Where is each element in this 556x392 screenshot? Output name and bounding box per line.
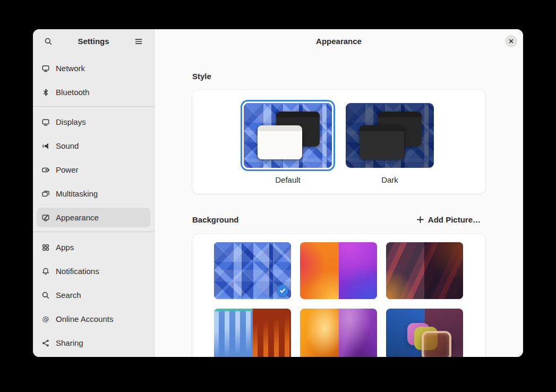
sidebar-item-network[interactable]: Network: [37, 58, 150, 78]
search-button[interactable]: [40, 33, 56, 49]
apps-icon: [41, 243, 50, 252]
notifications-icon: [41, 267, 50, 276]
sidebar-nav: Network Bluetooth Displays Sound: [33, 53, 154, 357]
check-icon: [279, 287, 286, 294]
sidebar-item-label: Multitasking: [56, 189, 98, 198]
wallpaper-thumb-dark-red-waves[interactable]: [386, 242, 463, 299]
sidebar-item-label: Search: [56, 291, 81, 300]
page-title: Appearance: [316, 37, 362, 46]
main-menu-button[interactable]: [131, 33, 147, 49]
background-section-header: Background Add Picture…: [192, 212, 485, 227]
plus-icon: [416, 216, 424, 224]
wallpaper-light-half: [214, 309, 253, 357]
add-picture-button[interactable]: Add Picture…: [412, 212, 485, 227]
settings-window: Settings Network Bluetooth: [33, 29, 523, 357]
sidebar-item-label: Network: [56, 64, 85, 73]
wallpaper-dark-half: [339, 242, 378, 299]
multitasking-icon: [41, 190, 50, 198]
wallpaper-dark-half: [253, 309, 292, 357]
online-accounts-icon: @: [41, 315, 50, 323]
wallpaper-thumb-orange-magenta-gradient[interactable]: [300, 242, 377, 299]
main-header: Appearance: [155, 29, 523, 53]
sidebar-item-label: Displays: [56, 117, 86, 126]
sidebar-item-search[interactable]: Search: [37, 285, 150, 305]
style-option-default: Default: [241, 100, 335, 184]
style-default-thumbnail[interactable]: [241, 100, 335, 171]
sidebar-item-displays[interactable]: Displays: [37, 112, 150, 132]
wallpaper-dark-half: [339, 309, 378, 357]
wallpaper-grid: [192, 234, 485, 357]
sidebar-item-label: Online Accounts: [56, 314, 113, 323]
sidebar-item-power[interactable]: Power: [37, 160, 150, 180]
sidebar-item-sharing[interactable]: Sharing: [37, 333, 150, 353]
wallpaper-light-half: [300, 242, 339, 299]
sidebar-item-label: Bluetooth: [56, 88, 89, 97]
main-scroll-area[interactable]: Style Default: [155, 53, 523, 357]
light-window-mockup: [258, 125, 302, 159]
close-window-button[interactable]: [505, 35, 517, 47]
wallpaper-thumb-glass-cubes[interactable]: [386, 309, 463, 357]
sidebar-item-appearance[interactable]: Appearance: [37, 208, 150, 227]
sidebar-item-bluetooth[interactable]: Bluetooth: [37, 82, 150, 102]
sharing-icon: [41, 339, 50, 347]
bluetooth-icon: [41, 88, 50, 97]
style-option-label: Default: [275, 175, 301, 184]
sidebar-header: Settings: [33, 29, 154, 53]
sidebar-separator: [33, 106, 154, 107]
close-icon: [508, 38, 515, 45]
sidebar-item-label: Apps: [56, 243, 74, 252]
search-icon: [44, 37, 53, 46]
sidebar-item-label: Power: [56, 165, 79, 174]
style-section-heading: Style: [192, 72, 485, 81]
glass-cube: [422, 331, 451, 357]
sidebar-item-apps[interactable]: Apps: [37, 237, 150, 257]
background-section-heading: Background: [192, 215, 239, 225]
network-icon: [41, 64, 50, 73]
add-picture-label: Add Picture…: [428, 215, 481, 224]
sidebar-separator: [33, 232, 154, 232]
selected-check-badge: [277, 285, 288, 296]
dark-window-mockup: [360, 125, 404, 159]
wallpaper-thumb-blue-triangles[interactable]: [214, 242, 291, 299]
sound-icon: [41, 142, 50, 150]
sidebar-item-label: Sound: [56, 141, 79, 150]
style-card: Default Dark: [192, 90, 485, 194]
wallpaper-thumb-orange-purple-folds[interactable]: [300, 309, 377, 357]
style-option-dark: Dark: [343, 100, 437, 184]
wallpaper-split-overlay: [386, 242, 463, 299]
power-icon: [41, 166, 50, 174]
sidebar-item-label: Sharing: [56, 338, 83, 347]
appearance-panel: Appearance Style: [155, 29, 523, 357]
sidebar-item-label: Appearance: [56, 213, 99, 222]
style-option-label: Dark: [381, 175, 398, 184]
sidebar-item-sound[interactable]: Sound: [37, 136, 150, 156]
sidebar-item-multitasking[interactable]: Multitasking: [37, 184, 150, 203]
appearance-icon: [41, 214, 50, 222]
style-dark-thumbnail[interactable]: [343, 100, 437, 171]
sidebar-item-notifications[interactable]: Notifications: [37, 261, 150, 281]
wallpaper-thumb-blue-orange-drips[interactable]: [214, 309, 291, 357]
svg-text:@: @: [42, 315, 49, 323]
displays-icon: [41, 118, 50, 126]
sidebar: Settings Network Bluetooth: [33, 29, 155, 357]
search-icon: [41, 291, 50, 300]
wallpaper-light-half: [300, 309, 339, 357]
hamburger-menu-icon: [134, 37, 143, 46]
sidebar-item-online-accounts[interactable]: @ Online Accounts: [37, 309, 150, 329]
sidebar-item-label: Notifications: [56, 267, 99, 276]
